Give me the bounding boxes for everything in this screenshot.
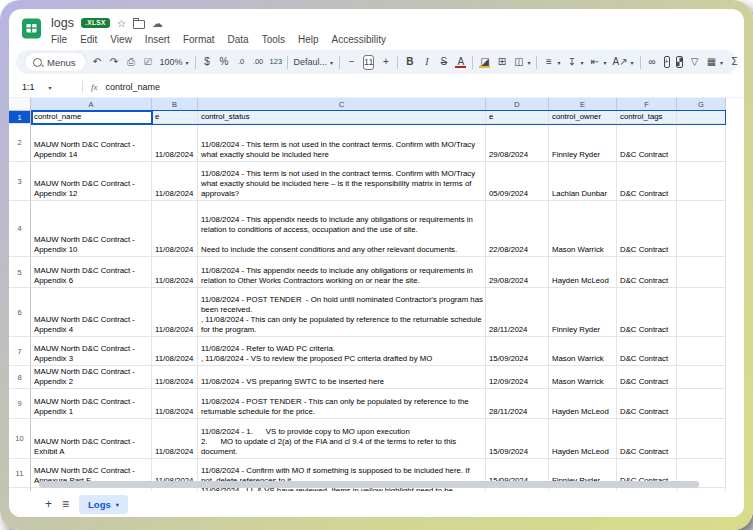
cell-B2[interactable]: 11/08/2024 (152, 124, 198, 162)
merge-cells-icon[interactable]: ◫▾ (513, 57, 530, 67)
decrease-font-size-icon[interactable]: − (346, 57, 357, 67)
formula-input[interactable]: control_name (106, 82, 161, 92)
cell-E2[interactable]: Finnley Ryder (549, 124, 617, 162)
add-sheet-button[interactable]: + (45, 498, 52, 510)
insert-comment-icon[interactable]: + (664, 56, 670, 68)
name-box[interactable]: 1:1 ▾ (22, 82, 74, 92)
cell-F8[interactable]: D&C Contract (617, 366, 677, 389)
text-wrap-icon[interactable]: ⇤▾ (590, 57, 607, 67)
cell-B7[interactable]: 11/08/2024 (152, 337, 198, 366)
cell-G8[interactable] (677, 366, 726, 389)
insert-chart-icon[interactable]: ▞ (676, 56, 683, 68)
cell-C6[interactable]: 11/08/2024 - POST TENDER - On hold until… (198, 288, 486, 337)
cell-E9[interactable]: Hayden McLeod (549, 389, 617, 419)
functions-icon[interactable]: Σ (729, 57, 740, 67)
cell-G6[interactable] (677, 288, 726, 337)
cell-D4[interactable]: 22/08/2024 (486, 201, 549, 257)
cell-C4[interactable]: 11/08/2024 - This appendix needs to incl… (198, 201, 486, 257)
cell-G5[interactable] (677, 257, 726, 288)
cell-C5[interactable]: 11/08/2024 - This appendix needs to incl… (198, 257, 486, 288)
column-header-g[interactable]: G (677, 98, 726, 111)
cell-A1[interactable]: control_name (31, 111, 152, 124)
document-title[interactable]: logs (51, 16, 74, 30)
cell-F4[interactable]: D&C Contract (617, 201, 677, 257)
row-header-5[interactable]: 5 (9, 257, 31, 288)
menus-search[interactable]: Menus (25, 53, 86, 71)
cell-D8[interactable]: 12/09/2024 (486, 366, 549, 389)
row-header-12[interactable]: 12 (9, 488, 31, 491)
cell-B6[interactable]: 11/08/2024 (152, 288, 198, 337)
cell-F6[interactable]: D&C Contract (617, 288, 677, 337)
cell-G4[interactable] (677, 201, 726, 257)
cell-G9[interactable] (677, 389, 726, 419)
all-sheets-button[interactable]: ≡ (62, 498, 69, 510)
cell-A10[interactable]: MAUW North D&C Contract - Exhibit A (31, 419, 152, 459)
cell-D10[interactable]: 15/09/2024 (486, 419, 549, 459)
borders-icon[interactable]: ⊞ (496, 57, 507, 67)
menu-item-accessibility[interactable]: Accessibility (332, 34, 386, 45)
cell-G10[interactable] (677, 419, 726, 459)
vertical-align-icon[interactable]: ↧▾ (566, 57, 583, 67)
cell-D12[interactable] (486, 488, 549, 491)
cell-F1[interactable]: control_tags (617, 111, 677, 124)
cell-D7[interactable]: 15/09/2024 (486, 337, 549, 366)
increase-decimals-icon[interactable]: .00 (253, 58, 264, 66)
row-header-3[interactable]: 3 (9, 162, 31, 201)
strikethrough-icon[interactable]: S (438, 57, 449, 67)
row-header-1[interactable]: 1 (9, 111, 31, 124)
menu-item-view[interactable]: View (110, 34, 132, 45)
cell-D3[interactable]: 05/09/2024 (486, 162, 549, 201)
decrease-decimals-icon[interactable]: .0 (236, 58, 247, 66)
cell-F7[interactable]: D&C Contract (617, 337, 677, 366)
menu-item-edit[interactable]: Edit (80, 34, 97, 45)
cell-C9[interactable]: 11/08/2024 - POST TENDER - This can only… (198, 389, 486, 419)
move-folder-icon[interactable] (133, 20, 145, 29)
cell-B12[interactable] (152, 488, 198, 491)
cell-C7[interactable]: 11/08/2024 - Refer to WAD PC criteria. ,… (198, 337, 486, 366)
cell-C10[interactable]: 11/08/2024 - 1. VS to provide copy to MO… (198, 419, 486, 459)
cell-B10[interactable]: 11/08/2024 (152, 419, 198, 459)
cell-C3[interactable]: 11/08/2024 - This term is not used in th… (198, 162, 486, 201)
sheets-logo-icon[interactable] (21, 18, 42, 43)
cell-E8[interactable]: Mason Warrick (549, 366, 617, 389)
cell-E3[interactable]: Lachlan Dunbar (549, 162, 617, 201)
cell-C8[interactable]: 11/08/2024 - VS preparing SWTC to be ins… (198, 366, 486, 389)
cell-B8[interactable]: 11/08/2024 (152, 366, 198, 389)
cell-E7[interactable]: Mason Warrick (549, 337, 617, 366)
increase-font-size-icon[interactable]: + (380, 57, 391, 67)
cell-G2[interactable] (677, 124, 726, 162)
row-header-11[interactable]: 11 (9, 459, 31, 488)
menu-item-format[interactable]: Format (183, 34, 215, 45)
menu-item-insert[interactable]: Insert (145, 34, 170, 45)
column-header-a[interactable]: A (31, 98, 152, 111)
cell-F10[interactable]: D&C Contract (617, 419, 677, 459)
cell-C12[interactable]: 11/08/2024 - LL & VS have reviewed. Item… (198, 488, 486, 491)
horizontal-scrollbar[interactable] (39, 481, 699, 488)
create-filter-icon[interactable]: ▽ (689, 57, 700, 67)
cell-F12[interactable] (617, 488, 677, 491)
cell-F9[interactable]: D&C Contract (617, 389, 677, 419)
column-header-f[interactable]: F (617, 98, 677, 111)
row-header-4[interactable]: 4 (9, 201, 31, 257)
cell-D2[interactable]: 29/08/2024 (486, 124, 549, 162)
cell-E5[interactable]: Hayden McLeod (549, 257, 617, 288)
percent-icon[interactable]: % (219, 57, 230, 67)
undo-icon[interactable]: ↶ (92, 57, 103, 67)
cell-E1[interactable]: control_owner (549, 111, 617, 124)
menu-item-tools[interactable]: Tools (262, 34, 285, 45)
cell-C2[interactable]: 11/08/2024 - This term is not used in th… (198, 124, 486, 162)
font-size-input[interactable]: 11 (363, 55, 374, 70)
cell-A2[interactable]: MAUW North D&C Contract - Appendix 14 (31, 124, 152, 162)
cell-A9[interactable]: MAUW North D&C Contract - Appendix 1 (31, 389, 152, 419)
cell-G3[interactable] (677, 162, 726, 201)
horizontal-align-icon[interactable]: ≡▾ (543, 57, 560, 67)
redo-icon[interactable]: ↷ (109, 57, 120, 67)
cell-A7[interactable]: MAUW North D&C Contract - Appendix 3 (31, 337, 152, 366)
star-icon[interactable]: ☆ (117, 18, 126, 29)
cell-D1[interactable]: control_due_date (486, 111, 549, 124)
cell-G12[interactable] (677, 488, 726, 491)
cell-B1[interactable]: control_date (152, 111, 198, 124)
cell-F3[interactable]: D&C Contract (617, 162, 677, 201)
row-header-8[interactable]: 8 (9, 366, 31, 389)
cell-E4[interactable]: Mason Warrick (549, 201, 617, 257)
